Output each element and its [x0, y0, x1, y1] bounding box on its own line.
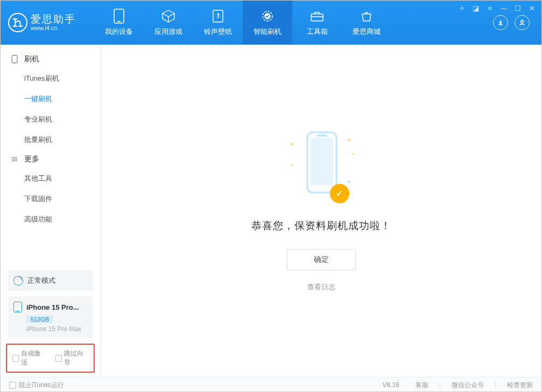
sidebar-group-more[interactable]: 更多	[1, 150, 100, 168]
checkbox-auto-activate[interactable]: 自动激活	[12, 349, 46, 367]
svg-rect-2	[213, 10, 223, 22]
sidebar-item-batch[interactable]: 批量刷机	[1, 130, 100, 150]
sparkle-icon: ✦	[290, 162, 294, 167]
checkbox-label: 自动激活	[21, 349, 45, 367]
music-icon	[210, 9, 226, 24]
checkbox-icon	[9, 382, 16, 389]
nav-label: 应用游戏	[154, 27, 182, 37]
version-label: V8.16	[382, 381, 399, 389]
sparkle-icon: ✦	[347, 179, 351, 186]
main-content: ✦ ✦ ✦ ✦ ✦ ✓ 恭喜您，保资料刷机成功啦！ 确定 查看日志	[101, 45, 541, 377]
nav-apps-games[interactable]: 应用游戏	[144, 1, 193, 45]
mode-label: 正常模式	[27, 276, 55, 286]
device-icon	[111, 9, 126, 24]
view-log-link[interactable]: 查看日志	[307, 282, 335, 292]
minimize-icon[interactable]: —	[500, 4, 508, 12]
cube-icon	[161, 9, 176, 24]
app-title: 爱思助手	[31, 14, 76, 25]
menu-icon[interactable]: ≡	[486, 4, 494, 12]
sidebar-group-label: 刷机	[24, 54, 39, 64]
shop-icon	[359, 9, 374, 24]
close-icon[interactable]: ✕	[528, 4, 536, 12]
support-link[interactable]: 客服	[416, 381, 428, 390]
user-button[interactable]	[515, 15, 530, 30]
checkbox-block-itunes[interactable]: 阻止iTunes运行	[9, 381, 64, 390]
sidebar-item-oneclick[interactable]: 一键刷机	[1, 89, 100, 109]
logo-icon	[8, 13, 27, 32]
nav-label: 工具箱	[307, 27, 328, 37]
svg-rect-0	[114, 9, 124, 23]
device-name: iPhone 15 Pro...	[26, 303, 79, 311]
nav-shop[interactable]: 爱思商城	[342, 1, 391, 45]
nav-label: 铃声壁纸	[204, 27, 232, 37]
skin-icon[interactable]: ✧	[458, 4, 466, 12]
app-subtitle: www.i4.cn	[31, 25, 76, 31]
svg-rect-12	[311, 138, 333, 185]
sidebar-item-itunes[interactable]: iTunes刷机	[1, 68, 100, 89]
success-message: 恭喜您，保资料刷机成功啦！	[251, 219, 391, 233]
phone-illustration-icon	[305, 130, 339, 195]
main-nav: 我的设备 应用游戏 铃声壁纸 智能刷机 工具箱 爱思商城	[94, 1, 391, 45]
status-bar: 阻止iTunes运行 V8.16 客服 | 微信公众号 | 检查更新	[1, 377, 541, 392]
nav-my-device[interactable]: 我的设备	[94, 1, 144, 45]
checkbox-icon	[55, 355, 62, 362]
svg-rect-7	[12, 55, 17, 63]
nav-smart-flash[interactable]: 智能刷机	[243, 1, 292, 45]
ok-button[interactable]: 确定	[287, 249, 356, 270]
check-badge-icon: ✓	[330, 184, 349, 203]
sidebar-item-pro[interactable]: 专业刷机	[1, 109, 100, 130]
options-highlight-box: 自动激活 跳过向导	[6, 344, 95, 373]
checkbox-label: 阻止iTunes运行	[19, 381, 64, 390]
sidebar-group-label: 更多	[24, 154, 39, 164]
checkbox-skip-guide[interactable]: 跳过向导	[55, 349, 89, 367]
more-icon	[10, 155, 19, 163]
download-button[interactable]	[493, 15, 508, 30]
app-header: 爱思助手 www.i4.cn 我的设备 应用游戏 铃声壁纸 智能刷机 工具箱 爱…	[1, 1, 541, 45]
app-logo: 爱思助手 www.i4.cn	[8, 13, 83, 32]
maximize-icon[interactable]: ☐	[514, 4, 522, 12]
storage-badge: 512GB	[26, 316, 53, 323]
feedback-icon[interactable]: ◪	[472, 4, 480, 12]
checkbox-label: 跳过向导	[64, 349, 88, 367]
sidebar-item-advanced[interactable]: 高级功能	[1, 209, 100, 230]
nav-toolbox[interactable]: 工具箱	[292, 1, 342, 45]
device-info-box[interactable]: iPhone 15 Pro... 512GB iPhone 15 Pro Max	[8, 296, 93, 338]
sparkle-icon: ✦	[347, 137, 351, 144]
flash-icon	[260, 9, 275, 24]
refresh-icon	[13, 276, 23, 286]
nav-label: 智能刷机	[254, 27, 281, 37]
device-model: iPhone 15 Pro Max	[26, 325, 87, 333]
device-small-icon	[10, 55, 19, 63]
mode-box[interactable]: 正常模式	[8, 270, 93, 291]
nav-label: 爱思商城	[353, 27, 381, 37]
svg-rect-5	[311, 14, 323, 21]
nav-label: 我的设备	[105, 27, 133, 37]
sparkle-icon: ✦	[289, 141, 294, 148]
nav-ringtones[interactable]: 铃声壁纸	[193, 1, 243, 45]
sidebar: 刷机 iTunes刷机 一键刷机 专业刷机 批量刷机 更多 其他工具 下载固件 …	[1, 45, 101, 377]
window-controls: ✧ ◪ ≡ — ☐ ✕	[458, 4, 536, 12]
sidebar-group-flash[interactable]: 刷机	[1, 50, 100, 68]
separator: |	[495, 381, 496, 389]
sparkle-icon: ✦	[351, 152, 355, 156]
sidebar-item-firmware[interactable]: 下载固件	[1, 189, 100, 209]
checkbox-icon	[12, 355, 19, 362]
toolbox-icon	[309, 9, 325, 24]
success-illustration: ✦ ✦ ✦ ✦ ✦ ✓	[289, 130, 354, 205]
svg-rect-13	[317, 134, 327, 137]
svg-point-6	[521, 20, 524, 23]
sidebar-item-tools[interactable]: 其他工具	[1, 168, 100, 189]
update-link[interactable]: 检查更新	[507, 381, 533, 390]
phone-icon	[13, 302, 22, 312]
separator: |	[439, 381, 441, 389]
wechat-link[interactable]: 微信公众号	[452, 381, 484, 390]
